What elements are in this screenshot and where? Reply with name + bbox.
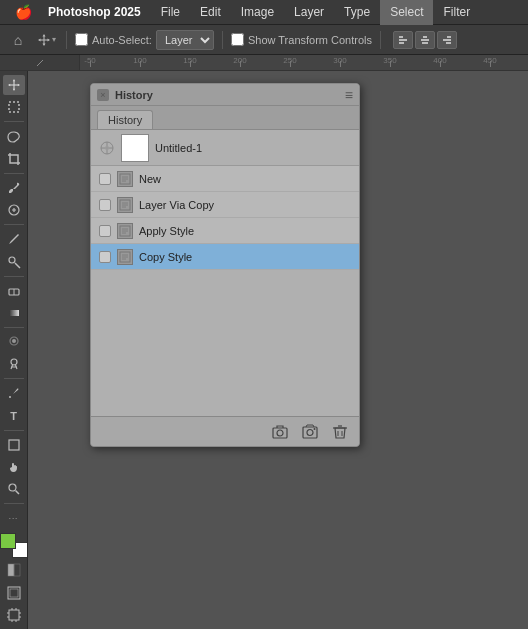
toolbar-divider-1 — [66, 31, 67, 49]
history-item-check-copy-style — [99, 251, 111, 263]
tool-gradient[interactable] — [3, 303, 25, 323]
tool-more[interactable]: ··· — [3, 508, 25, 528]
tool-sep-6 — [4, 378, 24, 379]
svg-point-32 — [277, 430, 283, 436]
tool-quick-mask[interactable] — [3, 560, 25, 580]
tool-zoom[interactable] — [3, 479, 25, 499]
ruler-horizontal: -50 100 150 200 250 300 350 400 450 500 — [80, 55, 528, 71]
transform-controls-checkbox[interactable] — [231, 33, 244, 46]
svg-rect-23 — [10, 589, 18, 597]
menu-layer[interactable]: Layer — [284, 0, 334, 25]
tool-eraser[interactable] — [3, 281, 25, 301]
history-item-check-new — [99, 173, 111, 185]
svg-point-16 — [11, 359, 17, 365]
history-item-new[interactable]: New — [91, 166, 359, 192]
history-delete-btn[interactable] — [329, 421, 351, 443]
tool-shape[interactable] — [3, 435, 25, 455]
color-swatches[interactable] — [0, 533, 28, 559]
svg-point-34 — [307, 429, 313, 435]
svg-point-17 — [9, 396, 11, 398]
menu-edit[interactable]: Edit — [190, 0, 231, 25]
history-tab-history[interactable]: History — [97, 110, 153, 129]
tool-move[interactable] — [3, 75, 25, 95]
svg-rect-3 — [423, 36, 427, 38]
history-source-thumbnail — [121, 134, 149, 162]
app-name: Photoshop 2025 — [38, 5, 151, 19]
history-item-label-copy-style: Copy Style — [139, 251, 351, 263]
history-item-copy-style[interactable]: Copy Style — [91, 244, 359, 270]
toolbar-divider-2 — [222, 31, 223, 49]
tool-heal[interactable] — [3, 200, 25, 220]
ruler-row: -50 100 150 200 250 300 350 400 450 500 — [0, 55, 528, 71]
tool-sep-8 — [4, 503, 24, 504]
history-panel-tabs: History — [91, 106, 359, 130]
tool-sep-5 — [4, 327, 24, 328]
svg-rect-9 — [9, 102, 19, 112]
history-camera-btn[interactable] — [299, 421, 321, 443]
tool-sep-1 — [4, 121, 24, 122]
menu-image[interactable]: Image — [231, 0, 284, 25]
history-item-icon-new — [117, 171, 133, 187]
svg-rect-5 — [422, 42, 428, 44]
history-source-label: Untitled-1 — [155, 142, 202, 154]
tool-sep-3 — [4, 224, 24, 225]
menu-bar: 🍎 Photoshop 2025 File Edit Image Layer T… — [0, 0, 528, 25]
history-item-layer-via-copy[interactable]: Layer Via Copy — [91, 192, 359, 218]
auto-select-checkbox[interactable] — [75, 33, 88, 46]
svg-rect-13 — [9, 310, 19, 316]
tool-type[interactable]: T — [3, 406, 25, 426]
svg-rect-2 — [399, 42, 404, 44]
tool-dodge[interactable] — [3, 354, 25, 374]
tool-sep-4 — [4, 276, 24, 277]
tool-sep-2 — [4, 173, 24, 174]
menu-select[interactable]: Select — [380, 0, 433, 25]
main-area: T ··· — [0, 71, 528, 629]
tool-lasso[interactable] — [3, 126, 25, 146]
history-panel-titlebar: × History ≡ — [91, 84, 359, 106]
svg-rect-18 — [9, 440, 19, 450]
align-icons — [393, 31, 457, 49]
svg-rect-24 — [9, 610, 19, 620]
history-item-icon-copy-style — [117, 249, 133, 265]
svg-rect-0 — [399, 36, 403, 38]
ruler-corner — [0, 55, 80, 71]
tool-eyedropper[interactable] — [3, 178, 25, 198]
history-source-row[interactable]: Untitled-1 — [91, 130, 359, 166]
tool-clone[interactable] — [3, 251, 25, 271]
tool-crop[interactable] — [3, 149, 25, 169]
tool-screen-mode[interactable] — [3, 583, 25, 603]
move-tool-chevron: ▾ — [52, 35, 56, 44]
svg-rect-1 — [399, 39, 407, 41]
history-panel-menu-btn[interactable]: ≡ — [345, 87, 353, 103]
left-toolbar: T ··· — [0, 71, 28, 629]
history-item-label-new: New — [139, 173, 351, 185]
history-item-apply-style[interactable]: Apply Style — [91, 218, 359, 244]
home-icon[interactable]: ⌂ — [6, 28, 30, 52]
tool-artboard[interactable] — [3, 605, 25, 625]
history-item-label-layer-via-copy: Layer Via Copy — [139, 199, 351, 211]
tool-brush[interactable] — [3, 229, 25, 249]
history-item-icon-layer-via-copy — [117, 197, 133, 213]
history-item-check-apply-style — [99, 225, 111, 237]
auto-select-dropdown[interactable]: Layer — [156, 30, 214, 50]
menu-filter[interactable]: Filter — [433, 0, 480, 25]
apple-menu[interactable]: 🍎 — [8, 4, 38, 20]
tool-blur[interactable] — [3, 332, 25, 352]
auto-select-label: Auto-Select: — [75, 33, 152, 46]
tool-pen[interactable] — [3, 383, 25, 403]
history-item-icon-apply-style — [117, 223, 133, 239]
history-body: New Layer Via Copy Apply Style — [91, 166, 359, 416]
align-center-icon[interactable] — [415, 31, 435, 49]
history-panel-title: History — [109, 89, 345, 101]
history-panel-close-btn[interactable]: × — [97, 89, 109, 101]
tool-marquee[interactable] — [3, 97, 25, 117]
history-new-snapshot-btn[interactable] — [269, 421, 291, 443]
align-left-icon[interactable] — [393, 31, 413, 49]
align-right-icon[interactable] — [437, 31, 457, 49]
move-tool-icon[interactable]: ▾ — [34, 28, 58, 52]
history-panel: × History ≡ History Untitled-1 — [90, 83, 360, 447]
tool-hand[interactable] — [3, 457, 25, 477]
menu-file[interactable]: File — [151, 0, 190, 25]
foreground-color-swatch[interactable] — [0, 533, 16, 549]
menu-type[interactable]: Type — [334, 0, 380, 25]
